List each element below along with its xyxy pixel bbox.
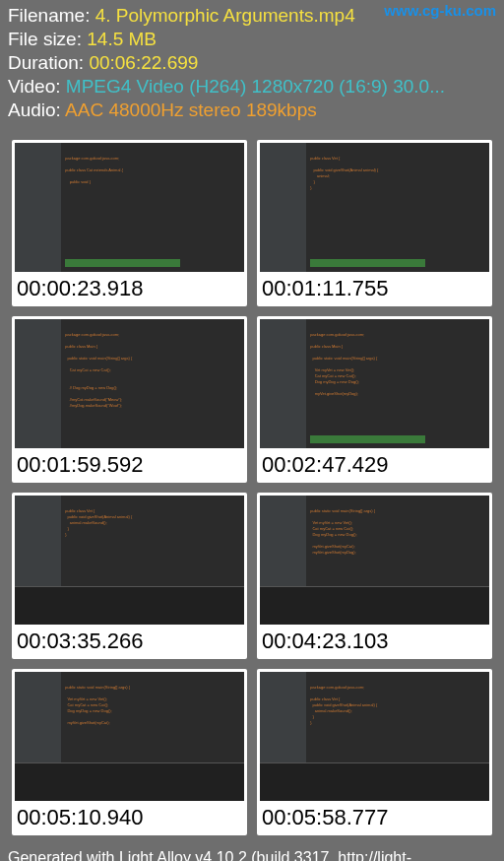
timestamp-label: 00:05:58.777 <box>260 801 489 832</box>
thumbnail-cell[interactable]: public static void main(String[] args) {… <box>257 493 492 659</box>
thumbnail-image: public static void main(String[] args) {… <box>260 496 489 625</box>
duration-label: Duration: <box>8 52 84 73</box>
timestamp-label: 00:05:10.940 <box>15 801 244 832</box>
video-label: Video: <box>8 76 61 97</box>
thumbnail-image: package com.gokool;java.com; public clas… <box>15 319 244 448</box>
filesize-value: 14.5 MB <box>87 29 157 49</box>
generator-label: Generated with Light Alloy v4.10.2 (buil… <box>8 849 411 861</box>
audio-label: Audio: <box>8 99 61 120</box>
filesize-label: File size: <box>8 29 82 49</box>
tooltip-bar <box>310 435 425 443</box>
code-preview: public static void main(String[] args) {… <box>65 685 234 726</box>
timestamp-label: 00:02:47.429 <box>260 448 489 480</box>
duration-row: Duration: 00:06:22.699 <box>8 51 496 75</box>
thumbnail-cell[interactable]: package com.gokool;java.com; public clas… <box>257 316 492 483</box>
console-panel <box>260 586 489 625</box>
footer-text: Generated with Light Alloy v4.10.2 (buil… <box>0 845 504 861</box>
filename-value: 4. Polymorphic Arguments.mp4 <box>95 5 355 26</box>
tooltip-bar <box>65 259 180 267</box>
console-panel <box>15 586 244 625</box>
thumbnail-image: package com.gokool;java.com; public clas… <box>260 672 489 801</box>
video-row: Video: MPEG4 Video (H264) 1280x720 (16:9… <box>8 75 496 99</box>
audio-value: AAC 48000Hz stereo 189kbps <box>65 99 317 120</box>
timestamp-label: 00:01:59.592 <box>15 448 244 480</box>
timestamp-label: 00:03:35.266 <box>15 625 244 656</box>
thumbnail-image: public static void main(String[] args) {… <box>15 672 244 801</box>
audio-row: Audio: AAC 48000Hz stereo 189kbps <box>8 99 496 122</box>
duration-value: 00:06:22.699 <box>89 52 198 73</box>
timestamp-label: 00:01:11.755 <box>260 272 489 303</box>
tooltip-bar <box>310 259 425 267</box>
thumbnail-cell[interactable]: public static void main(String[] args) {… <box>12 669 247 835</box>
thumbnail-image: public class Vet { public void giveShot(… <box>260 143 489 272</box>
thumbnail-cell[interactable]: package com.gokool;java.com; public clas… <box>257 669 492 835</box>
filesize-row: File size: 14.5 MB <box>8 28 496 51</box>
code-preview: package com.gokool;java.com; public clas… <box>310 332 479 397</box>
code-preview: package com.gokool;java.com; public clas… <box>310 685 479 726</box>
filename-label: Filename: <box>8 5 90 26</box>
code-preview: package com.gokool;java.com; public clas… <box>65 332 234 409</box>
thumbnail-cell[interactable]: package com.gokool;java.com; public clas… <box>12 316 247 483</box>
thumbnail-grid: package com.gokool;java.com; public clas… <box>0 130 504 845</box>
thumbnail-cell[interactable]: public class Vet { public void giveShot(… <box>257 140 492 306</box>
file-info-header: Filename: 4. Polymorphic Arguments.mp4 F… <box>0 0 504 130</box>
thumbnail-image: package com.gokool;java.com; public clas… <box>15 143 244 272</box>
video-value: MPEG4 Video (H264) 1280x720 (16:9) 30.0.… <box>66 76 445 97</box>
code-preview: public static void main(String[] args) {… <box>310 508 479 556</box>
timestamp-label: 00:04:23.103 <box>260 625 489 656</box>
timestamp-label: 00:00:23.918 <box>15 272 244 303</box>
thumbnail-cell[interactable]: public class Vet { public void giveShot(… <box>12 493 247 659</box>
thumbnail-image: public class Vet { public void giveShot(… <box>15 496 244 625</box>
thumbnail-cell[interactable]: package com.gokool;java.com; public clas… <box>12 140 247 306</box>
code-preview: package com.gokool;java.com; public clas… <box>65 156 234 185</box>
watermark-link-top: www.cg-ku.com <box>384 2 496 19</box>
console-panel <box>260 762 489 801</box>
code-preview: public class Vet { public void giveShot(… <box>310 156 479 191</box>
thumbnail-image: package com.gokool;java.com; public clas… <box>260 319 489 448</box>
code-preview: public class Vet { public void giveShot(… <box>65 508 234 538</box>
console-panel <box>15 762 244 801</box>
